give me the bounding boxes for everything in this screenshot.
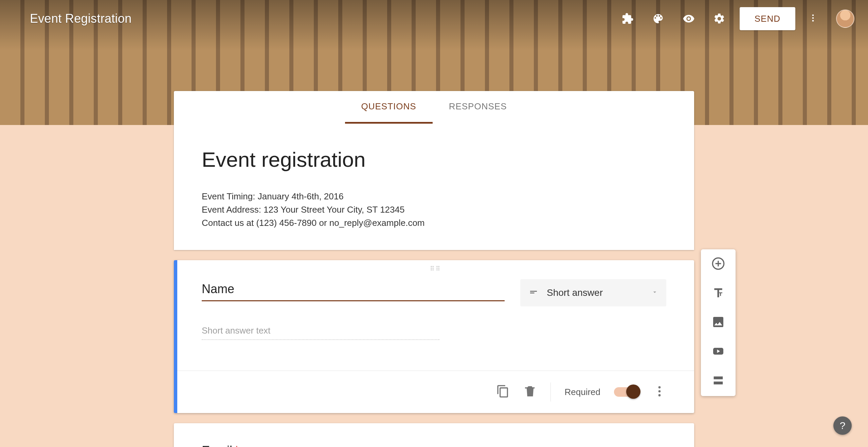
form-title[interactable]: Event registration [202, 147, 666, 172]
floating-side-toolbar [701, 249, 736, 396]
top-toolbar: Event Registration SEND [0, 0, 868, 37]
addons-icon[interactable] [617, 8, 638, 29]
question-footer-toolbar: Required [177, 371, 694, 413]
palette-icon[interactable] [648, 8, 668, 29]
add-image-icon[interactable] [711, 315, 725, 330]
question-title-text: Email [202, 444, 232, 447]
form-header-section[interactable]: Event registration Event Timing: January… [174, 124, 694, 250]
add-section-icon[interactable] [711, 374, 725, 389]
answer-preview-placeholder: Short answer text [202, 325, 439, 340]
svg-rect-8 [714, 376, 723, 379]
tab-responses[interactable]: RESPONSES [433, 91, 523, 124]
question-title-input[interactable] [202, 279, 505, 301]
add-title-icon[interactable] [711, 286, 725, 301]
required-asterisk-icon: * [234, 444, 239, 447]
tabs-and-title-card: QUESTIONS RESPONSES Event registration E… [174, 91, 694, 250]
short-answer-icon [528, 287, 539, 299]
dropdown-caret-icon [651, 289, 658, 297]
svg-point-2 [812, 20, 814, 22]
question-title-readonly: Email* [202, 444, 666, 447]
question-card-email[interactable]: Email* [174, 423, 694, 447]
more-options-icon[interactable] [805, 10, 821, 28]
svg-point-4 [658, 390, 661, 393]
form-description[interactable]: Event Timing: January 4th-6th, 2016 Even… [202, 190, 666, 230]
svg-point-5 [658, 394, 661, 396]
help-fab-icon[interactable]: ? [833, 416, 852, 435]
svg-rect-9 [714, 381, 723, 384]
preview-eye-icon[interactable] [679, 8, 699, 29]
editor-tabs: QUESTIONS RESPONSES [174, 91, 694, 124]
svg-point-0 [812, 15, 814, 16]
question-more-options-icon[interactable] [653, 385, 666, 399]
question-type-select[interactable]: Short answer [520, 279, 666, 306]
delete-trash-icon[interactable] [523, 385, 537, 399]
document-title[interactable]: Event Registration [30, 12, 132, 26]
required-toggle[interactable] [614, 387, 639, 397]
vertical-divider [550, 382, 551, 401]
question-card-active[interactable]: ⠿⠿ Short answer [174, 260, 694, 413]
form-editor-column: QUESTIONS RESPONSES Event registration E… [174, 91, 694, 447]
send-button[interactable]: SEND [740, 7, 795, 30]
add-question-icon[interactable] [711, 257, 725, 272]
svg-point-3 [658, 386, 661, 389]
drag-handle-icon[interactable]: ⠿⠿ [177, 260, 694, 272]
required-label: Required [564, 387, 600, 397]
question-type-label: Short answer [547, 287, 643, 298]
duplicate-icon[interactable] [496, 385, 510, 399]
add-video-icon[interactable] [711, 344, 725, 359]
svg-point-1 [812, 17, 814, 19]
settings-gear-icon[interactable] [709, 8, 729, 29]
account-avatar[interactable] [836, 10, 854, 28]
tab-questions[interactable]: QUESTIONS [345, 91, 433, 124]
